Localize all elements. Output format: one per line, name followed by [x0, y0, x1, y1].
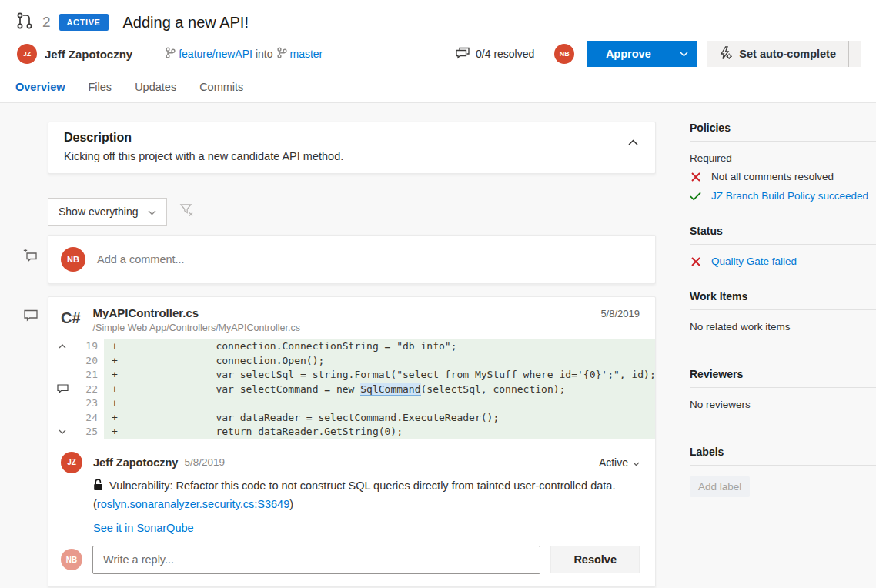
diff-line-19: 19+ connection.ConnectionString = "db in…: [48, 339, 655, 354]
collapse-chevron-up-icon[interactable]: [628, 135, 638, 149]
branch-icon: [165, 47, 176, 61]
comment-status-dropdown[interactable]: Active: [599, 456, 640, 469]
policy-text: Not all comments resolved: [711, 171, 834, 182]
diff-line-21: 21+ var selectSql = string.Format("selec…: [48, 368, 655, 383]
comment-icon: [23, 309, 38, 326]
resolved-counter[interactable]: 0/4 resolved: [456, 47, 534, 62]
show-everything-dropdown[interactable]: Show everything: [48, 198, 167, 226]
reviewers-empty: No reviewers: [690, 399, 876, 410]
file-thread-card: C# MyAPIController.cs /Simple Web App/Co…: [48, 296, 656, 587]
policies-section: Policies Required Not all comments resol…: [690, 122, 876, 202]
line-number: 23: [76, 396, 98, 411]
content-column: Description Kicking off this project wit…: [48, 122, 656, 588]
comment-text: Vulnerability: Refactor this code to not…: [93, 477, 624, 513]
add-comment-icon[interactable]: [23, 248, 38, 266]
status-title: Status: [690, 225, 876, 245]
policy-item: Not all comments resolved: [690, 171, 876, 182]
line-number: 24: [76, 411, 98, 426]
diff-line-22: 22+ var selectCommand = new SqlCommand(s…: [48, 383, 655, 397]
file-header: C# MyAPIController.cs /Simple Web App/Co…: [48, 297, 655, 339]
code-line: + connection.Open();: [104, 354, 655, 369]
comment-icon[interactable]: [48, 383, 76, 397]
required-label: Required: [690, 152, 876, 164]
source-branch-link[interactable]: feature/newAPI: [179, 48, 252, 60]
diff-line-24: 24+ var dataReader = selectCommand.Execu…: [48, 411, 655, 426]
x-icon: [690, 172, 701, 182]
approve-button[interactable]: Approve: [587, 41, 697, 67]
sonarqube-link[interactable]: See it in SonarQube: [93, 522, 194, 534]
pr-id: 2: [42, 14, 51, 31]
diff-block: 19+ connection.ConnectionString = "db in…: [48, 339, 655, 439]
file-name[interactable]: MyAPIController.cs: [93, 306, 300, 320]
tab-overview[interactable]: Overview: [15, 81, 65, 93]
pull-request-icon: [15, 12, 34, 33]
viewer-avatar: NB: [61, 549, 82, 570]
viewer-avatar: NB: [61, 247, 85, 272]
csharp-language-badge: C#: [61, 309, 81, 327]
page-title: Adding a new API!: [123, 14, 249, 32]
line-number: 25: [76, 425, 98, 439]
policy-list: Not all comments resolvedJZ Branch Build…: [690, 171, 876, 202]
chevron-up-icon[interactable]: [48, 339, 76, 354]
check-icon: [690, 192, 701, 201]
resolve-button[interactable]: Resolve: [550, 546, 640, 573]
tab-commits[interactable]: Commits: [199, 81, 243, 93]
policy-text[interactable]: Quality Gate failed: [711, 256, 797, 267]
new-comment-card[interactable]: NB Add a comment...: [48, 235, 656, 284]
labels-title: Labels: [690, 446, 876, 466]
sidebar: Policies Required Not all comments resol…: [690, 122, 876, 588]
viewer-avatar: NB: [554, 44, 574, 64]
policy-text[interactable]: JZ Branch Build Policy succeeded: [711, 190, 868, 202]
reply-input[interactable]: [92, 546, 540, 574]
header-actions: 0/4 resolved NB Approve: [456, 41, 861, 67]
filter-bar: Show everything: [48, 198, 656, 226]
author-name: Jeff Zapotoczny: [45, 48, 132, 61]
branch-info: feature/newAPI into master: [165, 47, 323, 61]
gutter-spacer: [48, 368, 76, 383]
tabs: OverviewFilesUpdatesCommits: [0, 73, 876, 102]
chevron-down-icon[interactable]: [670, 52, 697, 57]
work-items-title: Work Items: [690, 290, 876, 310]
title-row: 2 ACTIVE Adding a new API!: [0, 0, 876, 36]
diff-line-23: 23+: [48, 396, 655, 411]
line-number: 19: [76, 339, 98, 354]
pr-header: 2 ACTIVE Adding a new API! JZ Jeff Zapot…: [0, 0, 876, 102]
reviewers-section: Reviewers No reviewers: [690, 368, 876, 410]
diff-line-25: 25+ return dataReader.GetString(0);: [48, 425, 655, 439]
code-line: + connection.ConnectionString = "db info…: [104, 339, 655, 354]
status-list: Quality Gate failed: [690, 256, 876, 267]
file-date: 5/8/2019: [600, 306, 640, 319]
line-number: 21: [76, 368, 98, 383]
comment-date: 5/8/2019: [184, 456, 225, 468]
meta-row: JZ Jeff Zapotoczny feature/newAPI into m…: [0, 36, 876, 73]
chevron-down-icon[interactable]: [48, 425, 76, 439]
labels-section: Labels Add label: [690, 446, 876, 497]
discussion-icon: [456, 47, 470, 62]
set-auto-complete-button[interactable]: Set auto-complete: [707, 41, 848, 67]
tab-files[interactable]: Files: [89, 81, 112, 93]
target-branch-link[interactable]: master: [290, 48, 323, 60]
description-text: Kicking off this project with a new cand…: [64, 149, 640, 164]
file-path: /Simple Web App/Controllers/MyAPIControl…: [93, 322, 300, 333]
add-label-button[interactable]: Add label: [690, 476, 750, 497]
status-section: Status Quality Gate failed: [690, 225, 876, 267]
add-comment-placeholder[interactable]: Add a comment...: [97, 253, 185, 266]
rule-link[interactable]: roslyn.sonaranalyzer.security.cs:S3649: [97, 498, 289, 510]
code-line: + var selectCommand = new SqlCommand(sel…: [104, 383, 655, 397]
policy-item: JZ Branch Build Policy succeeded: [690, 190, 876, 202]
author-avatar: JZ: [17, 44, 37, 64]
reply-row: NB Resolve: [48, 535, 655, 586]
tab-updates[interactable]: Updates: [135, 81, 176, 93]
code-line: +: [104, 396, 655, 411]
code-line: + var dataReader = selectCommand.Execute…: [104, 411, 655, 426]
filter-clear-icon[interactable]: [179, 203, 194, 221]
diff-line-20: 20+ connection.Open();: [48, 354, 655, 369]
x-icon: [690, 256, 701, 267]
branch-icon: [276, 47, 287, 61]
status-badge: ACTIVE: [59, 14, 109, 31]
into-label: into: [256, 48, 273, 60]
description-card: Description Kicking off this project wit…: [48, 122, 656, 174]
auto-complete-icon: [719, 46, 732, 62]
highlighted-token[interactable]: SqlCommand: [360, 383, 420, 396]
auto-complete-dropdown-stub[interactable]: [848, 41, 861, 67]
